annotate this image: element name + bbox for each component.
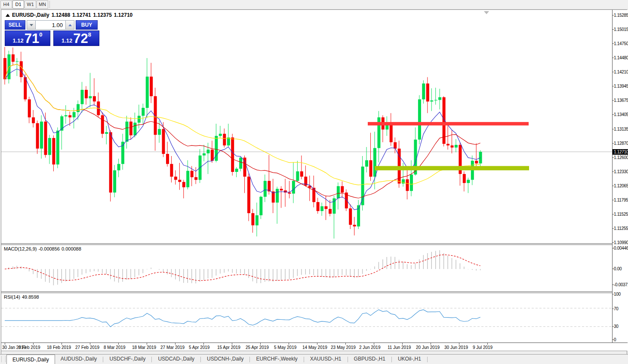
buy-button[interactable]: BUY (76, 20, 98, 30)
price-tick-label: 1.14210 (614, 70, 628, 74)
date-tick (402, 343, 403, 345)
date-label: 18 Feb 2019 (47, 345, 71, 350)
price-tick-label: 1.11795 (614, 198, 628, 202)
date-label: 11 Jun 2019 (388, 345, 411, 350)
tab-separator (249, 357, 250, 362)
chart-tabbar: EURUSD-,DailyAUDUSD-,DailyUSDCHF-,DailyU… (0, 354, 628, 364)
date-label: 23 May 2019 (331, 345, 356, 350)
rsi-pane[interactable]: RSI(14)49.8598 (1, 293, 612, 343)
date-tick (62, 343, 62, 345)
toolbar-divider (49, 1, 50, 8)
price-tick-label: 1.13945 (614, 84, 628, 89)
sell-price-big: 71 (25, 32, 39, 45)
macd-tick-label: 0.00 (614, 266, 622, 271)
collapse-icon[interactable] (6, 14, 10, 17)
date-label: 30 Jun 2019 (444, 345, 468, 350)
chart-tab-xauusd[interactable]: XAUUSD-,H1 (305, 355, 347, 364)
date-tick (487, 343, 488, 345)
date-label: 20 Jun 2019 (416, 345, 440, 350)
chart-tab-usdcad[interactable]: USDCAD-,Daily (152, 355, 200, 364)
price-axis[interactable]: 1.152851.150151.147501.144801.142101.139… (612, 10, 628, 351)
ohlc-low: 1.12375 (93, 12, 111, 18)
date-label: 14 May 2019 (302, 345, 327, 350)
rsi-tick-label: 70 (614, 306, 619, 311)
tabbar-gutter (1, 356, 6, 362)
date-tick (203, 343, 204, 345)
volume-input[interactable] (36, 20, 65, 30)
macd-tick-label: -0.00371 (614, 282, 628, 287)
chart-title: EURUSD-,Daily (12, 12, 49, 18)
price-tick-label: 1.13405 (614, 112, 628, 117)
buy-price-sup: 8 (88, 31, 91, 38)
timeframe-button-w1[interactable]: W1 (25, 0, 36, 9)
price-tick-label: 1.15015 (614, 27, 628, 32)
date-tick (374, 343, 374, 345)
timeframe-button-mn[interactable]: MN (37, 0, 48, 9)
main-chart-pane[interactable]: EURUSD-,Daily1.124881.127411.123751.1271… (1, 10, 612, 243)
triangle-up-icon (68, 24, 72, 26)
bottom-strip (1, 351, 627, 354)
date-label: 25 Apr 2019 (246, 345, 269, 350)
date-tick (147, 343, 147, 345)
tab-separator (151, 357, 152, 362)
rsi-tick-label: 0 (614, 337, 616, 342)
timeframe-toolbar: H4D1W1MN (0, 0, 628, 9)
chart-tab-usdcnh[interactable]: USDCNH-,Daily (201, 355, 249, 364)
rsi-tick-label: 100 (614, 292, 621, 297)
tab-separator (427, 357, 428, 362)
date-tick (317, 343, 317, 345)
price-tick-label: 1.12600 (614, 155, 628, 160)
date-tick (431, 343, 431, 345)
price-tick-label: 1.11525 (614, 212, 628, 217)
macd-signal-value: 0.000088 (62, 246, 81, 251)
one-click-trading-panel: SELL BUY 1.12710 1.12728 (5, 20, 99, 46)
date-tick (459, 343, 459, 345)
volume-increase-button[interactable] (65, 20, 74, 30)
tab-separator (304, 357, 304, 362)
chart-tab-gbpusd[interactable]: GBPUSD-,H1 (348, 355, 391, 364)
price-tick-label: 1.12330 (614, 169, 628, 174)
buy-price-box[interactable]: 1.12728 (53, 31, 99, 46)
chart-tab-ukoil[interactable]: UKOil-,H1 (392, 355, 427, 364)
chart-tab-eurusd[interactable]: EURUSD-,Daily (6, 355, 55, 364)
price-tick-label: 1.13135 (614, 127, 628, 132)
date-label: 8 Feb 2019 (18, 345, 40, 350)
date-tick (289, 343, 289, 345)
date-label: 27 Feb 2019 (75, 345, 99, 350)
sell-price-sup: 0 (39, 31, 42, 38)
timeframe-button-h4[interactable]: H4 (0, 0, 12, 9)
chart-tab-usdchf[interactable]: USDCHF-,Daily (104, 355, 151, 364)
chart-window: EURUSD-,Daily1.124881.127411.123751.1271… (1, 9, 627, 354)
date-label: 27 Mar 2019 (160, 345, 185, 350)
price-tick-label: 1.12065 (614, 184, 628, 188)
date-tick (175, 343, 175, 345)
date-label: 2 Jun 2019 (359, 345, 381, 350)
date-tick (232, 343, 232, 345)
macd-tick-label: 0.004465 (614, 246, 628, 251)
ohlc-close: 1.12710 (114, 12, 132, 18)
rsi-label: RSI(14)49.8598 (4, 294, 41, 300)
date-label: 8 Mar 2019 (104, 345, 126, 350)
date-tick (118, 343, 119, 345)
sell-button[interactable]: SELL (5, 20, 25, 30)
timeframe-button-d1[interactable]: D1 (12, 0, 24, 9)
price-tick-label: 1.15285 (614, 13, 628, 18)
date-tick (90, 343, 90, 345)
ohlc-high: 1.12741 (72, 12, 91, 18)
sell-price-box[interactable]: 1.12710 (5, 31, 50, 46)
macd-pane[interactable]: MACD(12,26,9)-0.0008560.000088 (1, 245, 612, 291)
chart-tab-eurchf[interactable]: EURCHF-,Weekly (250, 355, 303, 364)
price-tick-label: 1.12870 (614, 141, 628, 146)
macd-label: MACD(12,26,9)-0.0008560.000088 (4, 246, 83, 251)
date-axis[interactable]: 30 Jan 20198 Feb 201918 Feb 201927 Feb 2… (1, 343, 628, 351)
date-label: 5 Apr 2019 (189, 345, 209, 350)
price-tick-label: 1.14480 (614, 55, 628, 60)
price-tick-label: 1.10990 (614, 240, 628, 245)
date-tick (260, 343, 261, 345)
chart-tab-audusd[interactable]: AUDUSD-,Daily (55, 355, 103, 364)
chart-header: EURUSD-,Daily1.124881.127411.123751.1271… (6, 12, 135, 18)
chart-shift-marker-icon[interactable] (484, 11, 489, 14)
date-label: 18 Mar 2019 (132, 345, 156, 350)
date-tick (33, 343, 34, 345)
volume-decrease-button[interactable] (27, 20, 36, 30)
